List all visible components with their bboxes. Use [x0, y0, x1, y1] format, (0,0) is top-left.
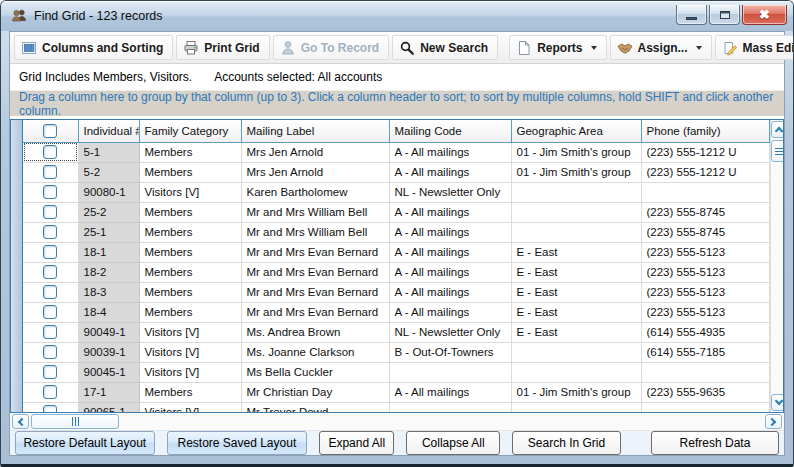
cell-phone-family[interactable]: (223) 555-8745	[641, 202, 769, 222]
cell-geographic-area[interactable]: E - East	[511, 282, 641, 302]
cell-family-category[interactable]: Members	[139, 142, 241, 162]
row-checkbox-cell[interactable]	[23, 142, 78, 162]
scroll-right-button[interactable]	[765, 414, 782, 429]
scroll-left-button[interactable]	[12, 414, 29, 429]
cell-phone-family[interactable]: (223) 555-5123	[641, 302, 769, 322]
cell-mailing-code[interactable]: A - All mailings	[389, 222, 511, 242]
row-checkbox[interactable]	[43, 265, 57, 279]
search-in-grid-button[interactable]: Search In Grid	[512, 431, 621, 455]
cell-phone-family[interactable]	[641, 182, 769, 202]
cell-individual-number[interactable]: 25-1	[78, 222, 139, 242]
row-checkbox[interactable]	[43, 305, 57, 319]
column-header-mailing-code[interactable]: Mailing Code	[389, 120, 511, 142]
row-checkbox-cell[interactable]	[23, 242, 78, 262]
row-checkbox-cell[interactable]	[23, 262, 78, 282]
cell-mailing-label[interactable]: Mr Trevor Dowd	[241, 402, 389, 413]
select-all-checkbox[interactable]	[43, 124, 57, 138]
print-grid-button[interactable]: Print Grid	[176, 35, 269, 60]
cell-mailing-label[interactable]: Ms. Andrea Brown	[241, 322, 389, 342]
cell-individual-number[interactable]: 5-2	[78, 162, 139, 182]
collapse-all-button[interactable]: Collapse All	[406, 431, 500, 455]
cell-phone-family[interactable]	[641, 362, 769, 382]
cell-mailing-code[interactable]: A - All mailings	[389, 202, 511, 222]
cell-individual-number[interactable]: 18-1	[78, 242, 139, 262]
cell-phone-family[interactable]: (614) 555-7185	[641, 342, 769, 362]
cell-family-category[interactable]: Members	[139, 162, 241, 182]
cell-mailing-label[interactable]: Mrs Jen Arnold	[241, 142, 389, 162]
column-header-phone-family[interactable]: Phone (family)	[641, 120, 769, 142]
cell-mailing-label[interactable]: Mrs Jen Arnold	[241, 162, 389, 182]
cell-phone-family[interactable]	[641, 402, 769, 413]
cell-geographic-area[interactable]: E - East	[511, 322, 641, 342]
minimize-button[interactable]	[676, 5, 707, 25]
row-checkbox[interactable]	[43, 405, 57, 413]
cell-phone-family[interactable]: (223) 555-9635	[641, 382, 769, 402]
restore-default-layout-button[interactable]: Restore Default Layout	[15, 431, 155, 455]
cell-mailing-label[interactable]: Mr Christian Day	[241, 382, 389, 402]
cell-mailing-label[interactable]: Mr and Mrs Evan Bernard	[241, 282, 389, 302]
scroll-down-button[interactable]	[771, 394, 784, 411]
cell-mailing-code[interactable]	[389, 362, 511, 382]
columns-and-sorting-button[interactable]: Columns and Sorting	[14, 35, 173, 60]
cell-mailing-label[interactable]: Mr and Mrs William Bell	[241, 222, 389, 242]
cell-individual-number[interactable]: 90080-1	[78, 182, 139, 202]
row-checkbox[interactable]	[43, 165, 57, 179]
scroll-up-button[interactable]	[771, 121, 784, 138]
cell-mailing-code[interactable]: A - All mailings	[389, 382, 511, 402]
cell-mailing-code[interactable]: NL - Newsletter Only	[389, 322, 511, 342]
cell-family-category[interactable]: Members	[139, 382, 241, 402]
cell-family-category[interactable]: Visitors [V]	[139, 322, 241, 342]
expand-all-button[interactable]: Expand All	[319, 431, 394, 455]
cell-phone-family[interactable]: (223) 555-5123	[641, 262, 769, 282]
cell-individual-number[interactable]: 18-2	[78, 262, 139, 282]
cell-geographic-area[interactable]: 01 - Jim Smith's group	[511, 382, 641, 402]
cell-geographic-area[interactable]	[511, 402, 641, 413]
cell-geographic-area[interactable]	[511, 362, 641, 382]
row-checkbox[interactable]	[43, 285, 57, 299]
assign-button[interactable]: Assign...	[610, 35, 712, 60]
new-search-button[interactable]: New Search	[392, 35, 498, 60]
cell-individual-number[interactable]: 25-2	[78, 202, 139, 222]
cell-mailing-code[interactable]: A - All mailings	[389, 242, 511, 262]
cell-family-category[interactable]: Visitors [V]	[139, 402, 241, 413]
row-checkbox-cell[interactable]	[23, 222, 78, 242]
row-checkbox-cell[interactable]	[23, 162, 78, 182]
go-to-record-button[interactable]: Go To Record	[273, 35, 389, 60]
cell-family-category[interactable]: Visitors [V]	[139, 342, 241, 362]
restore-button[interactable]	[709, 5, 740, 25]
cell-mailing-code[interactable]	[389, 402, 511, 413]
cell-individual-number[interactable]: 17-1	[78, 382, 139, 402]
row-checkbox-cell[interactable]	[23, 402, 78, 413]
vertical-scrollbar[interactable]	[770, 120, 785, 412]
cell-family-category[interactable]: Members	[139, 282, 241, 302]
cell-mailing-code[interactable]: A - All mailings	[389, 282, 511, 302]
row-checkbox-cell[interactable]	[23, 282, 78, 302]
cell-phone-family[interactable]: (223) 555-1212 U	[641, 142, 769, 162]
row-checkbox-cell[interactable]	[23, 302, 78, 322]
cell-mailing-code[interactable]: A - All mailings	[389, 162, 511, 182]
cell-geographic-area[interactable]: 01 - Jim Smith's group	[511, 162, 641, 182]
row-checkbox[interactable]	[43, 225, 57, 239]
cell-mailing-label[interactable]: Mr and Mrs William Bell	[241, 202, 389, 222]
row-checkbox-cell[interactable]	[23, 182, 78, 202]
cell-mailing-code[interactable]: B - Out-Of-Towners	[389, 342, 511, 362]
cell-mailing-code[interactable]: A - All mailings	[389, 142, 511, 162]
row-checkbox[interactable]	[43, 325, 57, 339]
cell-individual-number[interactable]: 90045-1	[78, 362, 139, 382]
cell-mailing-label[interactable]: Mr and Mrs Evan Bernard	[241, 242, 389, 262]
cell-individual-number[interactable]: 5-1	[78, 142, 139, 162]
cell-family-category[interactable]: Members	[139, 222, 241, 242]
row-checkbox-cell[interactable]	[23, 202, 78, 222]
cell-mailing-label[interactable]: Mr and Mrs Evan Bernard	[241, 302, 389, 322]
column-header-mailing-label[interactable]: Mailing Label	[241, 120, 389, 142]
mass-edit-button[interactable]: Mass Edit	[715, 35, 794, 60]
cell-phone-family[interactable]: (614) 555-4935	[641, 322, 769, 342]
row-checkbox-cell[interactable]	[23, 342, 78, 362]
row-checkbox[interactable]	[43, 385, 57, 399]
row-checkbox[interactable]	[43, 145, 57, 159]
cell-individual-number[interactable]: 18-4	[78, 302, 139, 322]
cell-family-category[interactable]: Visitors [V]	[139, 362, 241, 382]
cell-individual-number[interactable]: 90049-1	[78, 322, 139, 342]
cell-geographic-area[interactable]: E - East	[511, 302, 641, 322]
cell-mailing-label[interactable]: Ms Bella Cuckler	[241, 362, 389, 382]
